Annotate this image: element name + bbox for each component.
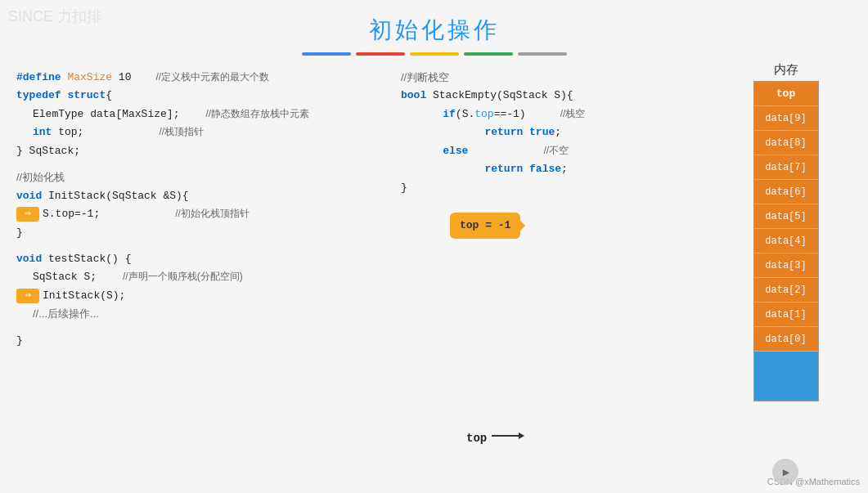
memory-cell-blue <box>754 352 818 401</box>
code-line-3: ElemType data[MaxSize]; //静态数组存放栈中元素 <box>16 105 393 123</box>
comment-init: //初始化栈 <box>16 168 393 186</box>
code-line-arrow1: ⇒ S.top=-1; //初始化栈顶指针 <box>16 205 393 222</box>
bar-gray <box>518 52 567 56</box>
header: 初始化操作 <box>0 0 868 62</box>
memory-stack: top data[9] data[8] data[7] data[6] data… <box>753 81 819 401</box>
code-line-sqstack: SqStack S; //声明一个顺序栈(分配空间) <box>16 268 393 285</box>
code-line-close2: } <box>16 332 393 349</box>
code-line-return-false: return false; <box>401 160 712 177</box>
code-line-close3: } <box>401 179 712 196</box>
code-line-2: typedef struct{ <box>16 87 393 104</box>
main-container: SINCE 力扣排 初始化操作 #define MaxSize 10 //定义栈… <box>0 0 868 493</box>
bar-red <box>356 52 405 56</box>
arrow-icon-1: ⇒ <box>16 207 39 222</box>
memory-cell-data4: data[4] <box>754 229 818 253</box>
top-bubble: top = -1 <box>450 213 520 238</box>
code-line-return-true: return true; <box>401 123 712 141</box>
code-line-bool: bool StackEmpty(SqStack S){ <box>401 87 712 104</box>
memory-cell-data3: data[3] <box>754 253 818 278</box>
play-button[interactable]: ▶ <box>772 459 798 485</box>
memory-label: 内存 <box>774 62 798 78</box>
memory-cell-top: top <box>754 82 818 106</box>
memory-cell-data8: data[8] <box>754 131 818 155</box>
code-right: //判断栈空 bool StackEmpty(SqStack S){ if(S.… <box>401 62 712 493</box>
bottom-top-area: top <box>466 429 524 448</box>
svg-marker-1 <box>519 432 524 439</box>
comment-check: //判断栈空 <box>401 69 712 86</box>
bubble-area: top = -1 <box>401 213 712 238</box>
code-left: #define MaxSize 10 //定义栈中元素的最大个数 typedef… <box>16 62 393 493</box>
bar-green <box>464 52 513 56</box>
header-bars <box>0 52 868 56</box>
code-line-init: void InitStack(SqStack &S){ <box>16 187 393 204</box>
comment-ops: //...后续操作... <box>16 305 393 322</box>
play-icon: ▶ <box>783 465 789 479</box>
memory-cell-data1: data[1] <box>754 303 818 327</box>
code-line-close1: } <box>16 224 393 241</box>
code-line-else: else //不空 <box>401 142 712 159</box>
code-line-4: int top; //栈顶指针 <box>16 123 393 141</box>
code-line-arrow2: ⇒ InitStack(S); <box>16 287 393 304</box>
bottom-top-label: top <box>466 429 487 448</box>
arrow-right-icon <box>492 430 524 447</box>
memory-cell-data6: data[6] <box>754 180 818 204</box>
memory-cell-data7: data[7] <box>754 155 818 180</box>
arrow-icon-2: ⇒ <box>16 289 39 303</box>
memory-section: 内存 top data[9] data[8] data[7] data[6] d… <box>720 62 852 493</box>
content-area: #define MaxSize 10 //定义栈中元素的最大个数 typedef… <box>0 62 868 493</box>
blank-3 <box>16 324 393 332</box>
blank-1 <box>16 160 393 168</box>
memory-cell-data5: data[5] <box>754 204 818 229</box>
code-line-1: #define MaxSize 10 //定义栈中元素的最大个数 <box>16 69 393 86</box>
page-title: 初始化操作 <box>0 15 868 46</box>
blank-2 <box>16 242 393 250</box>
code-line-5: } SqStack; <box>16 142 393 159</box>
memory-cell-data0: data[0] <box>754 327 818 352</box>
bar-blue <box>302 52 351 56</box>
memory-cell-data9: data[9] <box>754 106 818 131</box>
bar-yellow <box>410 52 459 56</box>
memory-cell-data2: data[2] <box>754 278 818 303</box>
code-line-test: void testStack() { <box>16 250 393 267</box>
code-line-if: if(S.top==-1) //栈空 <box>401 105 712 123</box>
